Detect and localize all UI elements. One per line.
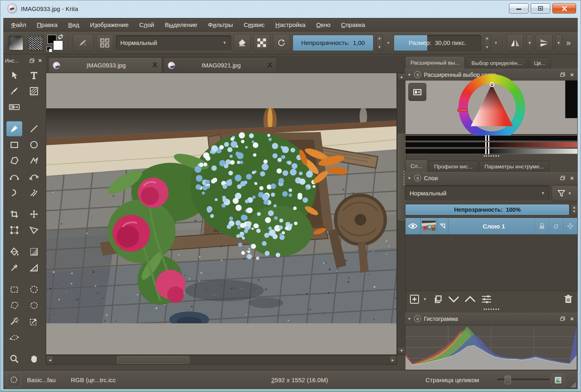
close-docker-icon[interactable]: × <box>569 175 575 181</box>
multibrush-tool[interactable] <box>26 185 42 200</box>
mirror-horizontal-dropdown[interactable]: ▼ <box>526 34 533 52</box>
scroll-up-arrow[interactable]: ▲ <box>397 73 406 81</box>
close-button[interactable] <box>552 3 576 13</box>
close-tab-icon[interactable] <box>267 63 272 68</box>
polygon-select-tool[interactable] <box>6 298 23 313</box>
select-shapes-tool[interactable] <box>6 67 23 83</box>
menu-item-window[interactable]: Окно <box>311 20 336 30</box>
perspective-tool[interactable] <box>26 222 42 238</box>
status-brush-preset[interactable]: Basic...fau <box>27 370 56 389</box>
docker-resize-handle[interactable] <box>484 155 499 159</box>
document-tab-imag0933[interactable]: IMAG0933.jpg <box>48 57 162 73</box>
background-color-swatch[interactable] <box>53 40 63 50</box>
scroll-down-arrow[interactable]: ▼ <box>397 347 406 354</box>
layer-visibility-toggle[interactable] <box>405 218 420 234</box>
brush-presets-button[interactable] <box>96 34 113 52</box>
freehand-select-tool[interactable] <box>26 298 42 313</box>
menu-item-edit[interactable]: Правка <box>32 20 63 30</box>
calligraphy-tool[interactable] <box>6 83 23 99</box>
menu-item-filter[interactable]: Фильтры <box>203 20 238 30</box>
float-docker-icon[interactable] <box>559 175 566 181</box>
toolbar-overflow-button[interactable]: » <box>566 38 571 47</box>
brush-editor-button[interactable] <box>72 34 94 52</box>
layer-row[interactable]: Слою 1 α <box>405 218 577 235</box>
docker-resize-handle[interactable] <box>484 309 499 312</box>
status-zoom-mode[interactable]: Страница целиком <box>426 370 479 389</box>
freehand-brush-tool[interactable] <box>6 121 23 137</box>
zoom-tool[interactable] <box>6 351 23 367</box>
path-select-tool[interactable] <box>6 329 23 345</box>
menu-item-settings[interactable]: Настройка <box>270 20 311 30</box>
eraser-mode-button[interactable] <box>234 34 251 52</box>
layer-opacity-slider[interactable]: Непрозрачность: 100% <box>405 204 570 215</box>
fill-tool[interactable] <box>6 244 23 260</box>
minimize-button[interactable] <box>509 3 529 13</box>
scroll-left-arrow[interactable]: ◄ <box>46 356 54 364</box>
zoom-slider[interactable] <box>497 379 549 381</box>
menu-item-image[interactable]: Изображение <box>85 20 134 30</box>
preserve-alpha-button[interactable] <box>253 34 270 52</box>
opacity-options-dropdown[interactable]: ▼ <box>385 35 391 51</box>
polyline-tool[interactable] <box>26 153 42 168</box>
value-slider-bar[interactable] <box>405 148 578 154</box>
polygon-tool[interactable] <box>6 153 23 168</box>
menu-item-view[interactable]: Вид <box>63 20 85 30</box>
opacity-spinner[interactable]: ▲▼ <box>376 35 383 51</box>
dynamic-brush-tool[interactable] <box>6 185 23 200</box>
move-layer-up-button[interactable] <box>462 292 478 306</box>
blend-mode-dropdown[interactable]: Нормальный ▼ <box>116 35 231 51</box>
path-tool[interactable] <box>26 169 42 184</box>
add-layer-dropdown[interactable]: ▼ <box>423 297 429 301</box>
rect-select-tool[interactable] <box>6 282 23 297</box>
layer-alpha-lock-icon[interactable]: α <box>549 218 563 234</box>
layer-filter-button[interactable]: ▼ <box>552 185 578 202</box>
swap-colors-icon[interactable] <box>57 34 64 40</box>
layer-opacity-spinner[interactable]: ▲▼ <box>571 204 578 215</box>
docker-lock-icon[interactable]: a <box>414 175 421 181</box>
measure-tool[interactable] <box>26 260 42 276</box>
docker-tab-color[interactable]: Цв... <box>529 57 551 69</box>
gradient-chooser-button[interactable] <box>7 34 25 52</box>
delete-layer-button[interactable] <box>561 292 576 306</box>
bezier-curve-tool[interactable] <box>6 169 23 184</box>
color-picker-tool[interactable] <box>6 260 23 276</box>
mirror-vertical-dropdown[interactable]: ▼ <box>555 34 562 52</box>
opacity-slider[interactable]: Непрозрачность: 1,00 <box>293 35 374 51</box>
layer-inherit-alpha-icon[interactable] <box>563 218 577 234</box>
layer-name[interactable]: Слою 1 <box>448 218 534 234</box>
zoom-slider-thumb[interactable] <box>504 376 511 384</box>
size-options-dropdown[interactable]: ▼ <box>493 35 499 51</box>
docker-lock-icon[interactable]: a <box>414 315 421 322</box>
layer-properties-button[interactable] <box>479 292 494 306</box>
brush-size-slider[interactable]: Размер: 30,00 пикс. <box>394 35 481 51</box>
mirror-horizontal-button[interactable] <box>507 34 524 52</box>
contiguous-select-tool[interactable] <box>26 314 42 329</box>
float-docker-icon[interactable] <box>559 316 566 322</box>
close-docker-icon[interactable]: × <box>569 316 575 322</box>
window-resize-grip[interactable] <box>571 382 576 388</box>
layer-onion-icon[interactable] <box>437 218 448 234</box>
color-wheel[interactable] <box>458 74 526 141</box>
similar-select-tool[interactable] <box>6 314 23 329</box>
layer-lock-icon[interactable] <box>534 218 549 234</box>
gradient-edit-tool[interactable] <box>6 99 23 115</box>
crop-tool[interactable] <box>6 206 23 222</box>
ellipse-tool[interactable] <box>26 137 42 152</box>
selection-decoration-button[interactable] <box>7 372 21 387</box>
text-tool[interactable] <box>26 67 42 83</box>
pattern-chooser-button[interactable] <box>27 34 44 52</box>
close-docker-icon[interactable]: × <box>569 72 575 78</box>
reload-preset-button[interactable] <box>273 34 290 52</box>
status-image-size[interactable]: 2592 x 1552 (16.0M) <box>271 370 328 389</box>
fit-page-button[interactable] <box>552 374 565 387</box>
duplicate-layer-button[interactable] <box>430 292 445 306</box>
reset-colors-icon[interactable] <box>47 47 51 51</box>
saturation-slider-bar[interactable] <box>405 142 578 148</box>
move-tool[interactable] <box>26 206 42 222</box>
collapse-arrow-icon[interactable]: ▼ <box>408 317 411 321</box>
line-tool[interactable] <box>26 121 42 137</box>
size-spinner[interactable]: ▲▼ <box>484 35 491 51</box>
ellipse-select-tool[interactable] <box>26 282 42 297</box>
layer-thumbnail[interactable] <box>420 218 437 234</box>
docker-lock-icon[interactable]: a <box>414 71 421 78</box>
